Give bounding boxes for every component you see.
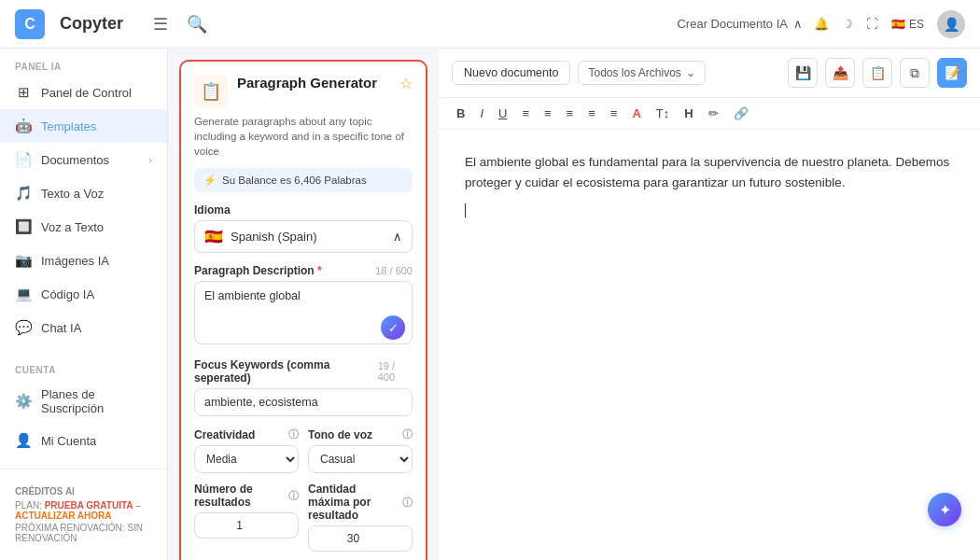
code-icon: 💻 [15,286,32,302]
sidebar-label: Voz a Texto [41,220,104,234]
card-icon: 📋 [194,75,228,108]
menu-icon[interactable]: ☰ [149,10,172,38]
sidebar-label: Texto a Voz [41,187,104,201]
template-card: 📋 Paragraph Generator ☆ Generate paragra… [179,60,427,560]
sidebar-label: Panel de Control [41,86,132,100]
editor-cursor-line [465,200,954,220]
num-results-input[interactable] [194,512,299,539]
moon-icon[interactable]: ☽ [842,17,853,31]
balance-text: Su Balance es 6,406 Palabras [222,175,367,186]
chevron-up-icon: ∧ [393,230,402,244]
cuenta-label: CUENTA [0,352,167,379]
expand-icon[interactable]: ⛶ [866,17,878,31]
templates-icon: 🤖 [15,118,32,134]
italic-btn[interactable]: I [475,105,488,122]
editor-paragraph: El ambiente global es fundamental para l… [465,152,954,192]
link-btn[interactable]: 🔗 [729,105,753,122]
align-right-btn[interactable]: ≡ [562,105,579,122]
sidebar-item-texto-voz[interactable]: 🎵 Texto a Voz [0,176,167,210]
paragraph-label: Paragraph Description * 18 / 600 [194,264,413,277]
required-indicator: * [317,264,322,277]
stt-icon: 🔲 [15,218,32,235]
sidebar-item-panel-control[interactable]: ⊞ Panel de Control [0,76,167,109]
sidebar-item-mi-cuenta[interactable]: 👤 Mi Cuenta [0,424,167,457]
creditos-label: CRÉDITOS AI [15,486,152,497]
chevron-down-icon: ⌄ [686,66,695,79]
creatividad-tono-row: Creatividad ⓘ Baja Media Alta Tono de vo… [194,427,413,473]
language-value: Spanish (Spain) [231,230,317,244]
tono-col: Tono de voz ⓘ Formal Casual Amigable [308,427,413,473]
sidebar-item-planes[interactable]: ⚙️ Planes de Suscripción [0,379,167,424]
logo-text: Copyter [60,14,123,34]
card-header: 📋 Paragraph Generator ☆ [194,75,413,108]
language-badge[interactable]: 🇪🇸 ES [891,18,924,31]
list-btn[interactable]: ≡ [606,105,623,122]
max-per-result-input[interactable] [308,525,413,552]
checkmark-icon: ✓ [388,321,399,335]
sidebar-label: Código IA [41,287,94,301]
file-select[interactable]: Todos los Archivos ⌄ [578,61,705,85]
underline-btn[interactable]: U [494,105,511,122]
ai-float-btn[interactable]: ✦ [928,493,961,526]
plan-label: PLAN: [15,500,42,511]
notifications-icon[interactable]: 🔔 [814,17,829,31]
upgrade-link[interactable]: ACTUALIZAR AHORA [15,511,112,521]
copy-btn[interactable]: 📋 [862,58,892,88]
info-icon3: ⓘ [288,489,299,503]
create-doc-btn[interactable]: Crear Documento IA ∧ [677,17,803,31]
panel-ia-label: PANEL IA [0,49,167,76]
doc-name-btn[interactable]: Nuevo documento [452,61,570,85]
duplicate-btn[interactable]: ⧉ [900,58,930,88]
save-doc-btn[interactable]: 💾 [788,58,818,88]
paragraph-wrap: El ambiente global ✓ [194,281,413,347]
num-results-label: Número de resultados ⓘ [194,483,299,509]
flag-icon: 🇪🇸 [891,18,905,31]
format-bar: B I U ≡ ≡ ≡ ≡ ≡ A T↕ H ✏ 🔗 [439,98,980,130]
sidebar-label: Planes de Suscripción [41,387,152,415]
editor-content[interactable]: El ambiente global es fundamental para l… [439,130,980,560]
editor-panel: Nuevo documento Todos los Archivos ⌄ 💾 📤… [439,49,980,560]
paragraph-textarea[interactable]: El ambiente global [194,281,413,344]
account-icon: 👤 [15,432,32,449]
card-description: Generate paragraphs about any topic incl… [194,114,413,159]
search-icon[interactable]: 🔍 [183,10,211,38]
language-select[interactable]: 🇪🇸 Spanish (Spain) ∧ [194,220,413,253]
sidebar-item-codigo[interactable]: 💻 Código IA [0,277,167,311]
align-center-btn[interactable]: ≡ [539,105,556,122]
justify-btn[interactable]: ≡ [583,105,600,122]
active-tool-btn[interactable]: 📝 [937,58,967,88]
center-panel: 📋 Paragraph Generator ☆ Generate paragra… [168,49,439,560]
font-color-btn[interactable]: A [627,105,645,122]
avatar[interactable]: 👤 [937,10,965,38]
num-results-row: Número de resultados ⓘ Cantidad máxima p… [194,483,413,552]
pen-btn[interactable]: ✏ [704,105,723,122]
creatividad-select[interactable]: Baja Media Alta [194,445,299,473]
export-btn[interactable]: 📤 [825,58,855,88]
sidebar-label: Documentos [41,153,109,167]
bold-btn[interactable]: B [452,105,469,122]
sidebar-item-voz-texto[interactable]: 🔲 Voz a Texto [0,210,167,244]
align-left-btn[interactable]: ≡ [517,105,534,122]
sidebar-label: Mi Cuenta [41,434,96,448]
main-layout: PANEL IA ⊞ Panel de Control 🤖 Templates … [0,49,980,560]
language-label: Idioma [194,203,413,217]
sidebar-item-chat[interactable]: 💬 Chat IA [0,311,167,344]
favorite-star-icon[interactable]: ☆ [399,75,413,92]
info-icon4: ⓘ [402,496,413,510]
plan-type: PRUEBA GRATUITA [45,500,133,511]
plans-icon: ⚙️ [15,393,32,410]
spain-flag-icon: 🇪🇸 [204,228,223,245]
create-doc-label: Crear Documento IA [677,17,788,31]
line-height-btn[interactable]: T↕ [651,105,674,122]
chevron-up-icon: ∧ [793,17,803,31]
sidebar-item-documentos[interactable]: 📄 Documentos › [0,143,167,176]
sidebar-item-templates[interactable]: 🤖 Templates [0,109,167,143]
dashboard-icon: ⊞ [15,84,32,101]
info-icon: ⓘ [288,427,299,441]
plan-info: CRÉDITOS AI PLAN: PRUEBA GRATUITA – ACTU… [0,477,167,553]
focus-input[interactable] [194,388,413,416]
sidebar-item-imagenes[interactable]: 📷 Imágenes IA [0,244,167,277]
heading-btn[interactable]: H [679,105,697,122]
tono-select[interactable]: Formal Casual Amigable [308,445,413,473]
max-per-result-label: Cantidad máxima por resultado ⓘ [308,483,413,522]
